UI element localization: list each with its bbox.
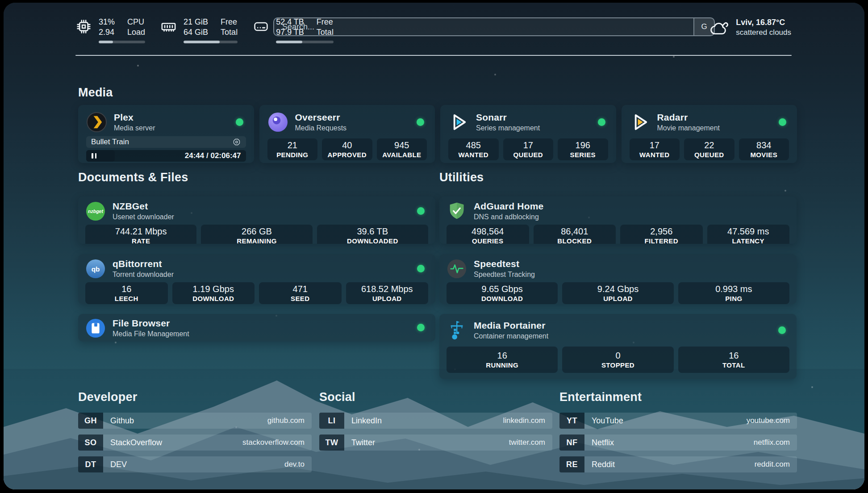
memory-total-value: 64 GiB [184,27,208,38]
cpu-label: CPU [127,17,145,27]
media-view-icon[interactable] [232,138,241,146]
stat-tile: 16 TOTAL [678,347,789,373]
app-subtitle: Media File Management [113,330,189,338]
weather-condition: scattered clouds [736,28,791,38]
section-title-documents: Documents & Files [78,171,188,184]
overseerr-icon [267,112,288,133]
stat-tile: 16 RUNNING [447,347,558,373]
entertainment-bookmarks: YT YouTube youtube.com NF Netflix netfli… [559,413,797,472]
app-name: Sonarr [476,112,540,123]
stat-tile: 40 APPROVED [322,138,372,160]
header-divider [75,55,792,56]
app-card-portainer[interactable]: Media Portainer Container management 16 … [439,314,797,379]
status-dot [779,118,786,126]
section-title-developer: Developer [78,390,137,404]
weather-widget: Lviv, 16.87°C scattered clouds [709,17,791,38]
sonarr-icon [448,112,469,133]
app-name: AdGuard Home [474,201,543,212]
stat-tile: 47.569 ms LATENCY [707,225,790,244]
section-title-utilities: Utilities [439,171,484,184]
stat-tile: 17 QUEUED [503,138,554,160]
app-card-filebrowser[interactable]: File Browser Media File Management [78,314,435,342]
bookmark-stackoverflow[interactable]: SO StackOverflow stackoverflow.com [78,435,312,451]
app-name: Radarr [657,112,720,123]
weather-location-temp: Lviv, 16.87°C [736,17,791,28]
memory-icon [160,18,177,35]
bookmark-github[interactable]: GH Github github.com [78,413,312,429]
memory-stat: 21 GiB Free 64 GiB Total [160,17,238,43]
status-dot [778,326,786,334]
app-card-plex[interactable]: Plex Media server Bullet Train 24:44 / 0… [78,105,254,163]
memory-total-label: Total [221,27,238,38]
qbittorrent-icon: qb [85,259,106,279]
hard-drive-icon [253,18,269,35]
app-card-radarr[interactable]: Radarr Movie management 17 WANTED 22 QUE… [622,105,797,163]
now-playing-title: Bullet Train [91,138,129,146]
stat-tile: 618.52 Mbps UPLOAD [346,282,429,304]
bookmark-linkedin[interactable]: LI LinkedIn linkedin.com [319,413,552,429]
app-name: NZBGet [113,201,174,212]
top-bar: 31% CPU 2.94 Load 21 GiB Fr [75,13,791,46]
media-cards-row: Plex Media server Bullet Train 24:44 / 0… [78,105,797,163]
status-dot [236,118,243,126]
stat-tile: 21 PENDING [267,138,318,160]
disk-progress-bar [276,41,334,43]
memory-progress-bar [184,41,238,43]
stat-tile: 498,564 QUERIES [447,225,529,244]
stat-tile: 0 STOPPED [562,347,673,373]
bookmark-youtube[interactable]: YT YouTube youtube.com [559,413,797,429]
app-card-adguard[interactable]: AdGuard Home DNS and adblocking 498,564 … [439,196,797,244]
status-dot [417,207,425,215]
app-subtitle: Media server [114,124,155,133]
app-subtitle: DNS and adblocking [474,213,543,221]
pause-button[interactable] [86,150,115,162]
stat-tile: 266 GB REMAINING [201,225,312,244]
stat-tile: 17 WANTED [630,138,680,160]
playback-time: 24:44 / 02:06:47 [185,151,246,160]
stat-tile: 744.21 Mbps RATE [85,225,196,244]
search-input[interactable] [274,18,693,35]
app-card-nzbget[interactable]: nzbget NZBGet Usenet downloader 744.21 M… [78,196,435,244]
app-subtitle: Usenet downloader [113,213,174,221]
app-name: Media Portainer [474,320,548,331]
cpu-progress-bar [99,41,145,43]
stat-tile: 0.993 ms PING [678,282,789,304]
app-name: Speedtest [474,258,535,269]
memory-free-label: Free [221,17,238,27]
app-subtitle: Torrent downloader [113,270,174,279]
stat-tile: 196 SERIES [558,138,608,160]
stat-tile: 9.65 Gbps DOWNLOAD [447,282,558,304]
bookmark-reddit[interactable]: RE Reddit reddit.com [559,456,797,472]
app-name: qBittorrent [113,258,174,269]
app-card-sonarr[interactable]: Sonarr Series management 485 WANTED 17 Q… [440,105,616,163]
app-subtitle: Speedtest Tracking [474,270,535,279]
social-bookmarks: LI LinkedIn linkedin.com TW Twitter twit… [319,413,552,451]
cpu-usage-value: 31% [99,17,115,27]
app-card-speedtest[interactable]: Speedtest Speedtest Tracking 9.65 Gbps D… [439,254,797,304]
search-bar: G [273,17,715,36]
bookmark-netflix[interactable]: NF Netflix netflix.com [559,435,797,451]
stat-tile: 1.19 Gbps DOWNLOAD [172,282,255,304]
cpu-load-value: 2.94 [99,27,115,38]
stat-tile: 2,956 FILTERED [620,225,703,244]
playback-progress-row: 24:44 / 02:06:47 [86,150,246,162]
snow-speckles [4,3,4,4]
app-card-qbittorrent[interactable]: qb qBittorrent Torrent downloader 16 LEE… [78,254,435,304]
stat-tile: 22 QUEUED [684,138,734,160]
section-title-media: Media [78,86,113,100]
stat-tile: 39.6 TB DOWNLOADED [317,225,428,244]
status-dot [417,118,424,126]
speedtest-icon [447,259,467,279]
stat-tile: 16 LEECH [85,282,168,304]
cpu-chip-icon [75,18,92,35]
stat-tile: 471 SEED [259,282,342,304]
now-playing-row: Bullet Train [86,136,246,148]
app-subtitle: Media Requests [295,124,347,133]
nzbget-icon: nzbget [85,201,106,221]
bookmark-dev[interactable]: DT DEV dev.to [78,456,312,472]
app-card-overseerr[interactable]: Overseerr Media Requests 21 PENDING 40 A… [259,105,435,163]
plex-icon [86,112,107,133]
bookmark-twitter[interactable]: TW Twitter twitter.com [319,435,552,451]
cpu-stat: 31% CPU 2.94 Load [75,17,145,43]
developer-bookmarks: GH Github github.com SO StackOverflow st… [78,413,312,472]
